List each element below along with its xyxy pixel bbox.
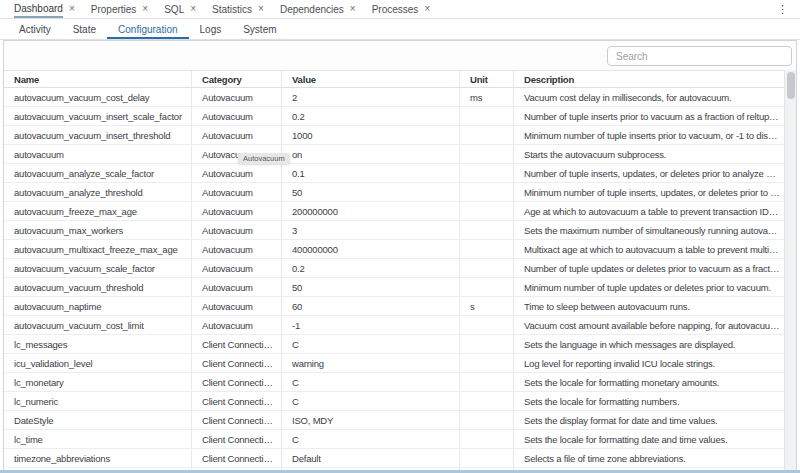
close-icon[interactable]: × bbox=[424, 4, 430, 14]
table-row[interactable]: autovacuum_vacuum_cost_limitAutovacuum-1… bbox=[4, 316, 784, 335]
tab-dependencies[interactable]: Dependencies× bbox=[274, 0, 366, 18]
subtab-logs[interactable]: Logs bbox=[189, 21, 233, 39]
subtab-configuration[interactable]: Configuration bbox=[107, 21, 188, 39]
cell-value: 50 bbox=[282, 278, 460, 296]
table-row[interactable]: autovacuum_vacuum_scale_factorAutovacuum… bbox=[4, 259, 784, 278]
cell-name: autovacuum_vacuum_insert_threshold bbox=[4, 126, 192, 144]
table-row[interactable]: autovacuum_naptimeAutovacuum60sTime to s… bbox=[4, 297, 784, 316]
table-body: autovacuum_vacuum_cost_delayAutovacuum2m… bbox=[4, 88, 784, 471]
subtab-system[interactable]: System bbox=[232, 21, 287, 39]
cell-category: Autovacuum bbox=[192, 126, 282, 144]
table-row[interactable]: autovacuum_vacuum_thresholdAutovacuum50M… bbox=[4, 278, 784, 297]
cell-description: Log level for reporting invalid ICU loca… bbox=[514, 354, 784, 372]
cell-value: C bbox=[282, 335, 460, 353]
cell-unit: ms bbox=[460, 88, 514, 106]
cell-category: Autovacuum bbox=[192, 259, 282, 277]
cell-category: Autovacuum bbox=[192, 164, 282, 182]
search-input[interactable] bbox=[607, 46, 792, 66]
cell-unit bbox=[460, 202, 514, 220]
category-tooltip: Autovacuum bbox=[238, 153, 290, 164]
table-row[interactable]: autovacuum_freeze_max_ageAutovacuum20000… bbox=[4, 202, 784, 221]
cell-name: timezone_abbreviations bbox=[4, 449, 192, 467]
close-icon[interactable]: × bbox=[258, 4, 264, 14]
close-icon[interactable]: × bbox=[350, 4, 356, 14]
column-header-value[interactable]: Value bbox=[282, 71, 460, 87]
cell-description: Number of tuple inserts, updates, or del… bbox=[514, 164, 784, 182]
cell-name: lc_time bbox=[4, 430, 192, 448]
kebab-menu-icon[interactable]: ⋮ bbox=[773, 1, 792, 18]
cell-value: 2 bbox=[282, 88, 460, 106]
cell-name: lc_monetary bbox=[4, 373, 192, 391]
cell-unit bbox=[460, 145, 514, 163]
table-row[interactable]: lc_messagesClient Connection D...CSets t… bbox=[4, 335, 784, 354]
table-row[interactable]: timezone_abbreviationsClient Connection … bbox=[4, 449, 784, 468]
table-row[interactable]: autovacuum_vacuum_insert_scale_factorAut… bbox=[4, 107, 784, 126]
cell-name: autovacuum_freeze_max_age bbox=[4, 202, 192, 220]
table-row[interactable]: lc_timeClient Connection D...CSets the l… bbox=[4, 430, 784, 449]
column-header-unit[interactable]: Unit bbox=[460, 71, 514, 87]
cell-name: autovacuum_vacuum_cost_limit bbox=[4, 316, 192, 334]
tab-label: Statistics bbox=[212, 2, 252, 17]
table-row[interactable]: autovacuum_multixact_freeze_max_ageAutov… bbox=[4, 240, 784, 259]
tab-dashboard[interactable]: Dashboard× bbox=[8, 0, 85, 18]
cell-value: 3 bbox=[282, 221, 460, 239]
cell-value: -1 bbox=[282, 316, 460, 334]
cell-value: 1000 bbox=[282, 126, 460, 144]
cell-category: Client Connection D... bbox=[192, 373, 282, 391]
tab-statistics[interactable]: Statistics× bbox=[206, 0, 274, 18]
cell-name: autovacuum_vacuum_threshold bbox=[4, 278, 192, 296]
cell-category: Autovacuum bbox=[192, 297, 282, 315]
column-header-category[interactable]: Category bbox=[192, 71, 282, 87]
table-row[interactable]: autovacuum_analyze_scale_factorAutovacuu… bbox=[4, 164, 784, 183]
cell-name: lc_numeric bbox=[4, 392, 192, 410]
cell-value: 200000000 bbox=[282, 202, 460, 220]
cell-category: Autovacuum bbox=[192, 202, 282, 220]
table-row[interactable]: autovacuum_max_workersAutovacuum3Sets th… bbox=[4, 221, 784, 240]
cell-description: Sets the maximum number of simultaneousl… bbox=[514, 221, 784, 239]
scrollbar-thumb[interactable] bbox=[787, 72, 795, 99]
close-icon[interactable]: × bbox=[142, 4, 148, 14]
cell-name: autovacuum_analyze_scale_factor bbox=[4, 164, 192, 182]
cell-value: 400000000 bbox=[282, 240, 460, 258]
cell-description: Sets the language in which messages are … bbox=[514, 335, 784, 353]
dashboard-sub-tabs: ActivityStateConfigurationLogsSystem bbox=[0, 19, 800, 40]
tab-processes[interactable]: Processes× bbox=[366, 0, 441, 18]
cell-description: Minimum number of tuple updates or delet… bbox=[514, 278, 784, 296]
cell-unit bbox=[460, 164, 514, 182]
cell-description: Time to sleep between autovacuum runs. bbox=[514, 297, 784, 315]
vertical-scrollbar[interactable] bbox=[784, 70, 796, 471]
close-icon[interactable]: × bbox=[190, 4, 196, 14]
tab-properties[interactable]: Properties× bbox=[85, 0, 158, 18]
cell-value: 0.1 bbox=[282, 164, 460, 182]
table-row[interactable]: autovacuum_analyze_thresholdAutovacuum50… bbox=[4, 183, 784, 202]
cell-unit bbox=[460, 240, 514, 258]
subtab-activity[interactable]: Activity bbox=[8, 21, 62, 39]
cell-description: Multixact age at which to autovacuum a t… bbox=[514, 240, 784, 258]
cell-category: Autovacuum bbox=[192, 240, 282, 258]
cell-category: Client Connection D... bbox=[192, 335, 282, 353]
cell-value: 50 bbox=[282, 183, 460, 201]
cell-name: autovacuum_naptime bbox=[4, 297, 192, 315]
table-row[interactable]: lc_monetaryClient Connection D...CSets t… bbox=[4, 373, 784, 392]
tab-label: Dashboard bbox=[14, 1, 63, 18]
table-row[interactable]: DateStyleClient Connection D...ISO, MDYS… bbox=[4, 411, 784, 430]
table-row[interactable]: autovacuum_vacuum_cost_delayAutovacuum2m… bbox=[4, 88, 784, 107]
cell-description: Vacuum cost amount available before napp… bbox=[514, 316, 784, 334]
subtab-state[interactable]: State bbox=[62, 21, 107, 39]
cell-value: C bbox=[282, 392, 460, 410]
cell-unit: s bbox=[460, 297, 514, 315]
close-icon[interactable]: × bbox=[69, 4, 75, 14]
cell-value: C bbox=[282, 373, 460, 391]
table-row[interactable]: autovacuumAutovacuumonStarts the autovac… bbox=[4, 145, 784, 164]
cell-value: ISO, MDY bbox=[282, 411, 460, 429]
table-row[interactable]: autovacuum_vacuum_insert_thresholdAutova… bbox=[4, 126, 784, 145]
tab-sql[interactable]: SQL× bbox=[158, 0, 206, 18]
cell-description: Sets the display format for date and tim… bbox=[514, 411, 784, 429]
cell-name: autovacuum_vacuum_insert_scale_factor bbox=[4, 107, 192, 125]
column-header-description[interactable]: Description bbox=[514, 71, 784, 87]
cell-value: C bbox=[282, 430, 460, 448]
table-row[interactable]: icu_validation_levelClient Connection D.… bbox=[4, 354, 784, 373]
table-row[interactable]: lc_numericClient Connection D...CSets th… bbox=[4, 392, 784, 411]
cell-name: autovacuum_multixact_freeze_max_age bbox=[4, 240, 192, 258]
column-header-name[interactable]: Name bbox=[4, 71, 192, 87]
